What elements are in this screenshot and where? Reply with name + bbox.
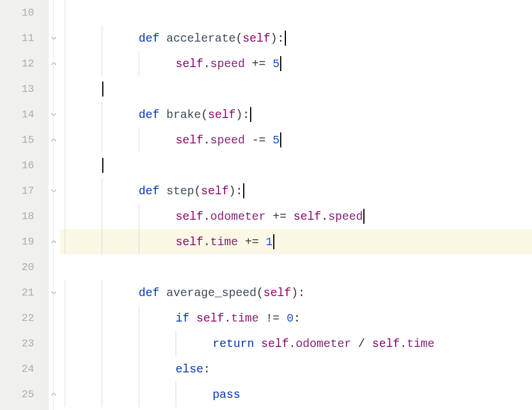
- code-token: speed: [210, 134, 245, 147]
- fold-open-icon[interactable]: [50, 289, 58, 297]
- text-cursor: [102, 158, 103, 173]
- code-token: (: [194, 184, 201, 198]
- code-token: self: [176, 134, 203, 147]
- code-token: [266, 210, 273, 223]
- code-token: :: [298, 286, 305, 300]
- code-token: odometer: [296, 337, 351, 350]
- line-number: 11: [0, 25, 48, 51]
- line-number: 15: [0, 127, 48, 153]
- code-token: speed: [210, 57, 245, 71]
- text-cursor: [273, 234, 274, 249]
- line-number-gutter: 10111213141516171819202122232425: [0, 0, 49, 410]
- text-cursor: [250, 107, 251, 122]
- code-token: self: [293, 210, 321, 223]
- code-token: +=: [252, 57, 266, 71]
- code-token: [266, 134, 273, 147]
- code-token: average_speed: [166, 286, 256, 300]
- line-number: 20: [0, 254, 48, 280]
- code-token: +=: [273, 210, 287, 223]
- code-token: [159, 184, 166, 198]
- line-number: 17: [0, 178, 48, 204]
- fold-close-icon[interactable]: [50, 238, 58, 246]
- code-token: /: [358, 337, 365, 350]
- code-line[interactable]: def step(self):: [60, 178, 532, 204]
- code-line[interactable]: [60, 254, 532, 280]
- code-token: [159, 32, 166, 45]
- text-cursor: [243, 183, 244, 198]
- code-token: step: [166, 184, 194, 198]
- code-token: return: [213, 337, 254, 350]
- line-number: 18: [0, 204, 48, 229]
- fold-close-icon[interactable]: [50, 136, 58, 144]
- code-line[interactable]: pass: [60, 382, 532, 407]
- code-token: [254, 337, 261, 350]
- code-token: odometer: [210, 210, 266, 223]
- code-token: accelerate: [166, 32, 236, 45]
- fold-open-icon[interactable]: [50, 110, 58, 119]
- code-line[interactable]: self.speed += 5: [60, 51, 532, 76]
- code-line[interactable]: def brake(self):: [60, 102, 532, 127]
- code-token: ): [236, 108, 243, 121]
- code-token: ): [291, 286, 298, 300]
- code-token: ): [270, 32, 277, 45]
- code-token: self: [372, 337, 400, 350]
- code-token: !=: [266, 312, 280, 325]
- fold-open-icon[interactable]: [50, 187, 58, 195]
- code-token: self: [263, 286, 291, 300]
- line-number: 13: [0, 76, 48, 102]
- line-number: 19: [0, 229, 48, 254]
- code-token: .: [224, 312, 231, 325]
- code-line[interactable]: def average_speed(self):: [60, 280, 532, 305]
- line-number: 12: [0, 51, 48, 76]
- code-line[interactable]: else:: [60, 356, 532, 382]
- code-token: brake: [166, 108, 201, 121]
- code-token: 0: [287, 312, 293, 325]
- code-token: time: [210, 235, 238, 249]
- code-area[interactable]: def accelerate(self):self.speed += 5def …: [60, 0, 532, 410]
- code-line[interactable]: self.odometer += self.speed: [60, 204, 532, 229]
- code-line[interactable]: [60, 0, 532, 25]
- code-token: [351, 337, 358, 350]
- code-token: self: [243, 32, 270, 45]
- line-number: 16: [0, 153, 48, 178]
- fold-close-icon[interactable]: [50, 60, 58, 68]
- code-token: [365, 337, 372, 350]
- code-token: else: [176, 363, 203, 376]
- code-token: [189, 312, 196, 325]
- code-token: self: [196, 312, 224, 325]
- code-line[interactable]: return self.odometer / self.time: [60, 331, 532, 356]
- code-line[interactable]: [60, 76, 532, 102]
- code-token: self: [201, 184, 229, 198]
- line-number: 23: [0, 331, 48, 356]
- text-cursor: [280, 132, 281, 147]
- code-line[interactable]: self.speed -= 5: [60, 127, 532, 153]
- line-number: 25: [0, 382, 48, 407]
- code-token: [238, 235, 245, 249]
- code-token: (: [256, 286, 263, 300]
- code-line[interactable]: if self.time != 0:: [60, 305, 532, 331]
- code-editor[interactable]: 10111213141516171819202122232425 def acc…: [0, 0, 532, 410]
- text-cursor: [280, 56, 281, 71]
- fold-open-icon[interactable]: [50, 34, 58, 42]
- code-token: def: [139, 184, 159, 198]
- code-token: .: [203, 235, 210, 249]
- code-token: self: [261, 337, 289, 350]
- code-token: pass: [213, 388, 240, 401]
- text-cursor: [363, 209, 364, 224]
- code-token: if: [176, 312, 189, 325]
- code-line[interactable]: def accelerate(self):: [60, 25, 532, 51]
- code-token: self: [208, 108, 236, 121]
- code-token: [287, 210, 293, 223]
- code-line[interactable]: [60, 153, 532, 178]
- code-token: [280, 312, 287, 325]
- code-token: [259, 235, 266, 249]
- code-token: .: [203, 134, 210, 147]
- code-token: self: [176, 210, 203, 223]
- code-token: def: [139, 32, 159, 45]
- code-token: .: [400, 337, 407, 350]
- code-line[interactable]: self.time += 1: [60, 229, 532, 254]
- line-number: 14: [0, 102, 48, 127]
- code-token: .: [289, 337, 296, 350]
- code-token: 5: [273, 57, 280, 71]
- fold-close-icon[interactable]: [50, 390, 58, 398]
